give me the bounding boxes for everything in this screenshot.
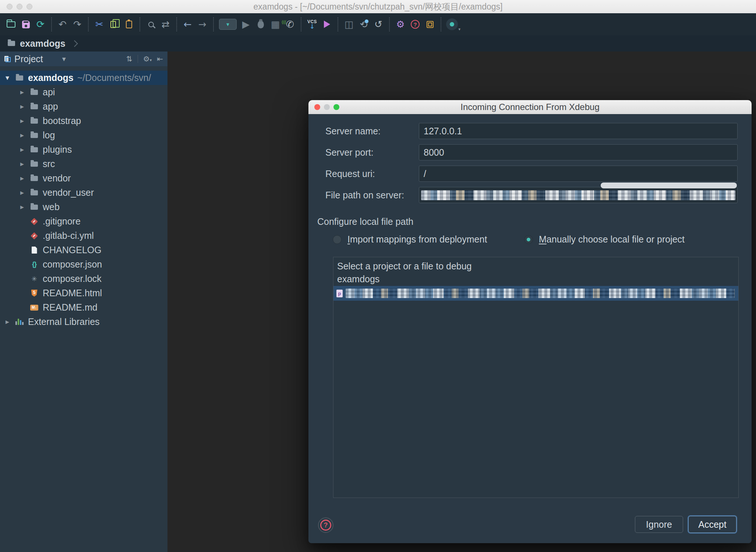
help-button[interactable]: ? [318, 517, 333, 533]
tree-item-path: ~/Documents/svn/ [77, 72, 151, 83]
tree-row-readme-md[interactable]: M↓README.md [0, 300, 167, 315]
project-panel-title[interactable]: Project [14, 54, 43, 64]
tree-row-plugins[interactable]: ▶plugins [0, 142, 167, 157]
tree-row--gitlab-ci-yml[interactable]: .gitlab-ci.yml [0, 229, 167, 243]
listbox-project-node[interactable]: examdogs [333, 273, 738, 286]
help-icon: ? [320, 520, 331, 531]
collapsed-arrow-icon[interactable]: ▶ [19, 118, 25, 124]
ignore-button[interactable]: Ignore [635, 516, 683, 533]
toolbar-separator [441, 17, 441, 31]
toolbar-separator [338, 17, 338, 31]
tree-item-label: External Libraries [28, 316, 100, 327]
tree-row--gitignore[interactable]: .gitignore [0, 214, 167, 229]
md-icon: M↓ [30, 304, 38, 312]
collapsed-arrow-icon[interactable]: ▶ [19, 176, 25, 181]
file-icon [30, 246, 38, 254]
project-root-icon [15, 74, 24, 82]
listbox-selected-file-row[interactable]: p [333, 286, 738, 301]
folder-icon [7, 39, 15, 47]
redo-icon[interactable]: ↷ [70, 13, 85, 35]
collapsed-arrow-icon[interactable]: ▶ [19, 190, 25, 195]
expanded-arrow-icon[interactable]: ▼ [4, 75, 10, 81]
project-tool-window: Project ▼ ⇅ ⚙▾ ⇤ ▼examdogs~/Documents/sv… [0, 52, 167, 552]
run-config-icon[interactable]: ▼ [217, 13, 239, 35]
tree-row-app[interactable]: ▶app [0, 99, 167, 114]
dialog-body: Server name: Server port: Request uri: F… [308, 114, 752, 543]
tree-item-label: composer.json [43, 259, 102, 270]
tree-row-web[interactable]: ▶web [0, 200, 167, 214]
tree-row-changelog[interactable]: CHANGELOG [0, 243, 167, 257]
tree-row-examdogs[interactable]: ▼examdogs~/Documents/svn/ [0, 71, 167, 85]
coverage-icon[interactable]: ▦ [268, 13, 283, 35]
back-icon[interactable]: ← [180, 13, 195, 35]
server-port-field[interactable] [419, 144, 738, 160]
tree-item-label: vendor_user [43, 187, 94, 198]
forward-icon[interactable]: → [195, 13, 210, 35]
collapsed-arrow-icon[interactable]: ▶ [19, 132, 25, 138]
project-file-listbox: Select a project or a file to debug exam… [333, 257, 739, 498]
collapsed-arrow-icon[interactable]: ▶ [4, 319, 10, 325]
collapsed-arrow-icon[interactable]: ▶ [19, 89, 25, 95]
search-everywhere-icon[interactable] [445, 13, 459, 35]
html-icon: 5 [30, 289, 38, 297]
tree-row-composer-json[interactable]: {}composer.json [0, 257, 167, 272]
tree-row-bootstrap[interactable]: ▶bootstrap [0, 114, 167, 128]
tree-row-external-libraries[interactable]: ▶External Libraries [0, 315, 167, 329]
copy-icon[interactable] [107, 13, 121, 35]
tree-item-label: plugins [43, 144, 72, 155]
plugins-icon[interactable] [423, 13, 437, 35]
open-folder-icon[interactable] [4, 13, 18, 35]
collapse-all-icon[interactable]: ⇅ [126, 54, 133, 63]
tree-row-vendor[interactable]: ▶vendor [0, 171, 167, 185]
tree-row-api[interactable]: ▶api [0, 85, 167, 99]
breadcrumb: examdogs [0, 35, 756, 52]
hide-panel-icon[interactable]: ⇤ [157, 54, 163, 63]
toolbar-separator [389, 17, 390, 31]
collapsed-arrow-icon[interactable]: ▶ [19, 104, 25, 109]
breadcrumb-project[interactable]: examdogs [20, 38, 66, 49]
cut-icon[interactable]: ✂ [92, 13, 107, 35]
tree-row-readme-html[interactable]: 5README.html [0, 286, 167, 300]
push-icon[interactable] [319, 13, 334, 35]
tree-item-label: CHANGELOG [43, 245, 102, 255]
paste-icon[interactable] [121, 13, 136, 35]
undo-icon[interactable]: ↶ [55, 13, 70, 35]
sync-icon[interactable]: ⟳ [33, 13, 48, 35]
replace-icon[interactable]: ⇄ [158, 13, 173, 35]
collapsed-arrow-icon[interactable]: ▶ [19, 161, 25, 167]
window-titlebar: examdogs - [~/Documents/svn/chutzpah_svn… [0, 0, 756, 13]
server-name-label: Server name: [325, 123, 381, 139]
chevron-down-icon[interactable]: ▼ [62, 56, 66, 62]
gear-icon[interactable]: ⚙▾ [143, 54, 152, 63]
diff-icon[interactable]: ◫ [342, 13, 356, 35]
folder-icon [30, 131, 38, 139]
file-path-field[interactable] [419, 187, 738, 203]
tree-row-vendor-user[interactable]: ▶vendor_user [0, 185, 167, 200]
tree-row-log[interactable]: ▶log [0, 128, 167, 142]
request-uri-field[interactable] [419, 166, 738, 182]
settings-icon[interactable]: ⚙ [393, 13, 408, 35]
listen-debug-icon[interactable]: ✆ [283, 13, 297, 35]
history-icon[interactable]: ↺ [371, 13, 386, 35]
collapsed-arrow-icon[interactable]: ▶ [19, 147, 25, 152]
run-icon[interactable]: ▶ [239, 13, 253, 35]
radio-manually-choose[interactable]: Manually choose local file or project [524, 234, 685, 245]
folder-icon [30, 146, 38, 154]
radio-import-mappings[interactable]: Import mappings from deployment [333, 234, 487, 245]
server-name-field[interactable] [419, 123, 738, 139]
find-icon[interactable] [144, 13, 158, 35]
folder-icon [30, 189, 38, 197]
help-icon[interactable]: ? [408, 13, 423, 35]
tree-row-src[interactable]: ▶src [0, 157, 167, 171]
chevron-right-icon [71, 40, 78, 47]
collapsed-arrow-icon[interactable]: ▶ [19, 204, 25, 210]
dialog-titlebar: Incoming Connection From Xdebug [308, 100, 752, 114]
tree-item-label: web [43, 202, 60, 212]
vcs-update-icon[interactable]: VCS↓ [305, 13, 319, 35]
save-icon[interactable] [18, 13, 33, 35]
tree-item-label: .gitlab-ci.yml [43, 230, 94, 241]
debug-icon[interactable] [253, 13, 268, 35]
restore-icon[interactable]: ⟲ [356, 13, 371, 35]
tree-row-composer-lock[interactable]: ✳composer.lock [0, 272, 167, 286]
accept-button[interactable]: Accept [688, 516, 736, 533]
